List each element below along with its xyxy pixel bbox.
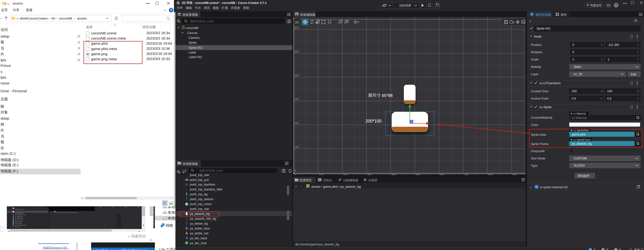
svg-text:?: ?: [631, 82, 632, 84]
svg-text:?: ?: [170, 8, 172, 12]
svg-text:?: ?: [615, 3, 617, 7]
svg-text:?: ?: [631, 35, 632, 38]
svg-text:?: ?: [631, 106, 632, 108]
